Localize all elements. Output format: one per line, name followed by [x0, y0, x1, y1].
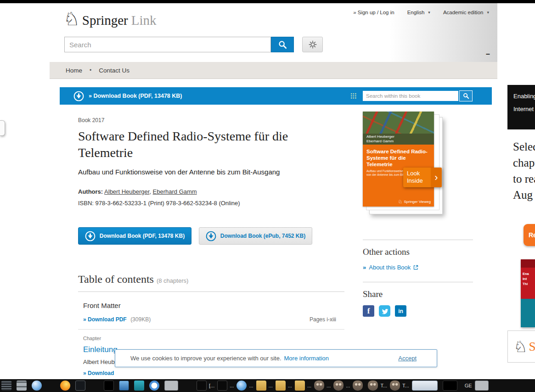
taskbar-item[interactable]: ...: [295, 380, 311, 391]
edition-label: Academic edition: [443, 10, 484, 15]
book-cover[interactable]: Albert Heuberger Eberhard Gamm Software …: [363, 112, 473, 217]
taskbar-item[interactable]: ...: [276, 380, 292, 391]
ad-banner-top[interactable]: Enabling Internet: [507, 85, 535, 129]
taskbar-item[interactable]: GE: [462, 380, 472, 391]
springer-horse-icon: ♘: [513, 339, 527, 354]
download-epub-button[interactable]: Download Book (ePub, 7452 KB): [199, 227, 312, 245]
taskbar-app-icon: [475, 381, 489, 391]
springer-link-logo[interactable]: ♘ Springer Link: [63, 10, 157, 28]
front-matter-download-link[interactable]: » Download PDF: [83, 316, 127, 323]
taskbar-item[interactable]: [164, 380, 180, 391]
taskbar-item[interactable]: ...: [237, 380, 253, 391]
desktop: – » Sign up / Log in English ▾ Academic …: [0, 0, 535, 392]
authors-separator: ,: [149, 188, 152, 195]
book-search-button[interactable]: [459, 90, 473, 101]
banner-download-link[interactable]: » Download Book (PDF, 13478 KB): [73, 91, 182, 101]
download-banner: » Download Book (PDF, 13478 KB): [60, 87, 492, 105]
taskbar-item-label: T...: [402, 383, 409, 388]
taskbar-item[interactable]: [47, 380, 57, 391]
taskbar-item-label: ...: [327, 383, 331, 388]
taskbar-app-icon: [276, 381, 286, 391]
dotted-grid-icon: [350, 93, 357, 99]
taskbar-item-label: GE: [465, 383, 472, 388]
language-label: English: [407, 10, 425, 15]
divider: [78, 291, 344, 292]
taskbar-app-icon: [134, 381, 144, 391]
author-link-heuberger[interactable]: Albert Heuberger: [104, 188, 149, 195]
divider: [363, 282, 473, 282]
linkedin-share-icon[interactable]: in: [395, 305, 406, 317]
taskbar-app-icon: [1, 381, 11, 391]
site-search-button[interactable]: [271, 37, 294, 52]
side-tab[interactable]: [0, 120, 5, 136]
page-title: Software Defined Radio-Systeme für die T…: [78, 128, 344, 161]
taskbar-item[interactable]: T...: [368, 380, 387, 391]
taskbar-item[interactable]: [60, 380, 73, 391]
taskbar-item[interactable]: [119, 380, 131, 391]
book-search-input[interactable]: [363, 91, 458, 101]
authors-label: Authors:: [78, 188, 103, 195]
cookie-accept-button[interactable]: Accept: [398, 355, 417, 362]
nav-separator: •: [90, 67, 91, 73]
taskbar-item[interactable]: [475, 380, 491, 391]
site-header: – » Sign up / Log in English ▾ Academic …: [50, 3, 497, 62]
author-link-gamm[interactable]: Eberhard Gamm: [153, 188, 197, 195]
top-black-bar: [0, 0, 535, 3]
taskbar-item[interactable]: [183, 380, 194, 391]
chevron-down-icon: ▾: [428, 10, 430, 15]
cover-author-1: Albert Heuberger: [366, 134, 394, 139]
taskbar-app-icon: [32, 381, 42, 391]
taskbar: [... ... ... ... ...: [0, 379, 535, 392]
chapter-download-link[interactable]: » Download: [83, 370, 114, 376]
taskbar-item[interactable]: [17, 380, 29, 391]
cover-image[interactable]: Albert Heuberger Eberhard Gamm Software …: [363, 112, 434, 207]
nav-home-link[interactable]: Home: [66, 67, 82, 74]
download-epub-label: Download Book (ePub, 7452 KB): [220, 233, 305, 239]
taskbar-app-icon: [443, 381, 457, 391]
signup-login-link[interactable]: » Sign up / Log in: [353, 10, 394, 15]
cookie-banner: We use cookies to improve your experienc…: [115, 349, 437, 367]
look-inside-button[interactable]: Look Inside ›: [403, 168, 442, 187]
taskbar-item[interactable]: T...: [390, 380, 409, 391]
edition-dropdown[interactable]: Academic edition ▾: [443, 10, 489, 15]
nav-contact-link[interactable]: Contact Us: [99, 67, 130, 74]
taskbar-item[interactable]: ...: [256, 380, 273, 391]
about-this-book-link[interactable]: About this Book: [369, 264, 411, 271]
twitter-share-icon[interactable]: [379, 305, 390, 317]
taskbar-item[interactable]: [149, 380, 162, 391]
taskbar-item[interactable]: [443, 380, 460, 391]
language-dropdown[interactable]: English ▾: [407, 10, 430, 15]
about-this-book-row: » About this Book: [363, 264, 473, 271]
download-pdf-button[interactable]: Download Book (PDF, 13478 KB): [78, 227, 191, 245]
taskbar-app-icon: [295, 381, 305, 391]
taskbar-item[interactable]: [1, 380, 14, 391]
gear-icon: [309, 40, 317, 49]
taskbar-item[interactable]: [104, 380, 116, 391]
divider: [78, 329, 344, 330]
facebook-share-icon[interactable]: f: [363, 305, 374, 317]
taskbar-item[interactable]: [32, 380, 44, 391]
taskbar-item[interactable]: ...: [314, 380, 331, 391]
ad-cta-button[interactable]: Re: [524, 224, 535, 246]
taskbar-app-icon: [390, 381, 400, 391]
book-type-year: Book 2017: [78, 117, 344, 123]
taskbar-item[interactable]: [...: [197, 380, 214, 391]
search-options-button[interactable]: [302, 37, 323, 52]
site-search-input[interactable]: [64, 37, 271, 52]
taskbar-item[interactable]: [134, 380, 146, 391]
taskbar-app-icon: [237, 381, 247, 391]
cookie-more-info-link[interactable]: More information: [284, 355, 329, 362]
taskbar-item[interactable]: ...: [217, 380, 234, 391]
toc-heading-text: Table of contents: [78, 273, 154, 285]
taskbar-item[interactable]: [353, 380, 365, 391]
banner-book-search: [350, 90, 473, 101]
site-nav: Home • Contact Us: [50, 62, 497, 79]
look-inside-label: Look Inside: [403, 168, 431, 187]
taskbar-item[interactable]: [90, 380, 101, 391]
taskbar-item[interactable]: [75, 380, 88, 391]
taskbar-item[interactable]: [412, 380, 440, 391]
ad-book-cover[interactable]: Ena Int Thi: [521, 259, 535, 327]
taskbar-item[interactable]: ...: [333, 380, 350, 391]
taskbar-app-icon: [47, 381, 55, 391]
ad-springer-logo[interactable]: ♘ S: [507, 330, 535, 363]
